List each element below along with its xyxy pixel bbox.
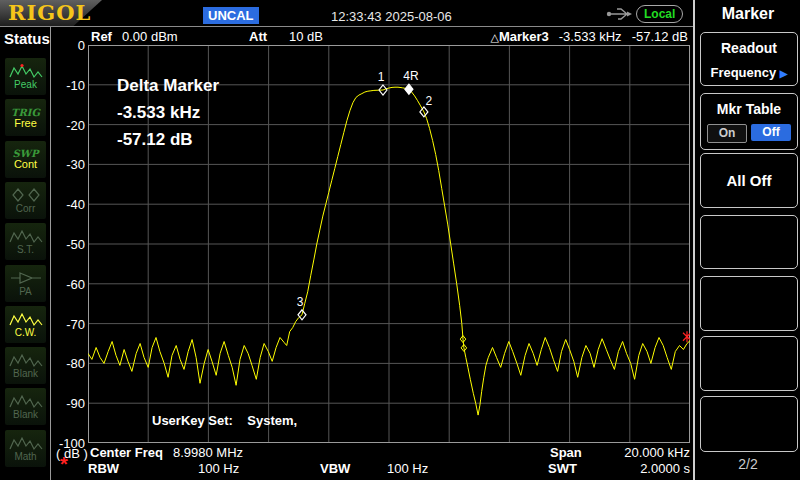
y-tick-label: -30 [66, 157, 85, 172]
span-value: 20.000 kHz [624, 445, 690, 460]
softkey-empty-2 [700, 276, 798, 331]
swt-label: SWT [548, 461, 577, 476]
ref-value: 0.00 dBm [122, 29, 178, 44]
waveform-icon [9, 311, 43, 327]
spectrum-analyzer-screen: RIGOL UNCAL 12:33:43 2025-08-06 Local St… [0, 0, 800, 480]
y-tick-label: -90 [66, 396, 85, 411]
all-off-label: All Off [701, 154, 797, 207]
brand-logo: RIGOL [8, 0, 91, 25]
readout-value: Frequency [710, 65, 776, 80]
waveform-icon [9, 63, 43, 79]
mkr-table-label: Mkr Table [701, 101, 797, 117]
softkey-all-off[interactable]: All Off [700, 153, 798, 208]
status-label: C.W. [15, 327, 37, 338]
status-label: Blank [13, 368, 38, 379]
waveform-icon [9, 393, 43, 409]
att-label: Att [249, 29, 267, 44]
marker-1-label: 1 [378, 70, 385, 84]
att-value: 10 dB [289, 29, 323, 44]
status-indicator-trig: TRIGFree [5, 99, 46, 136]
topbar-divider [0, 26, 693, 27]
readout-label: Readout [701, 40, 797, 56]
status-label: Corr [16, 203, 35, 214]
status-indicator-math: Math [5, 430, 46, 467]
marker-readout: △Marker3 -3.533 kHz -57.12 dB [490, 29, 688, 44]
status-label: Peak [14, 79, 37, 90]
submenu-arrow-icon: ▶ [780, 68, 788, 79]
y-tick-label: -40 [66, 197, 85, 212]
y-tick-label: -70 [66, 317, 85, 332]
menu-page-indicator: 2/2 [698, 456, 798, 472]
amplifier-icon [9, 270, 43, 286]
waveform-icon [9, 228, 43, 244]
center-freq-label: Center Freq [90, 445, 163, 460]
status-label: Blank [13, 409, 38, 420]
marker-3-label: 3 [297, 295, 304, 309]
vbw-value: 100 Hz [387, 461, 428, 476]
peak-dot-icon [20, 64, 23, 67]
status-indicator-st: S.T. [5, 223, 46, 260]
status-label: Math [14, 451, 36, 462]
panel-divider [693, 0, 695, 480]
uncal-badge: UNCAL [203, 7, 259, 24]
delta-marker-title: Delta Marker [117, 76, 219, 96]
status-indicator-pa: PA [5, 265, 46, 302]
softkey-empty-3 [700, 336, 798, 391]
marker-readout-level: -57.12 dB [632, 29, 688, 44]
delta-marker-level: -57.12 dB [117, 130, 193, 150]
usb-icon [606, 6, 634, 22]
softkey-empty-1 [700, 215, 798, 269]
status-indicator-blank1: Blank [5, 347, 46, 384]
status-indicator-swp: SWPCont [5, 141, 46, 178]
waveform-icon [9, 352, 43, 368]
corr-icon [9, 187, 43, 203]
marker-readout-freq: -3.533 kHz [559, 29, 622, 44]
delta-marker-freq: -3.533 kHz [117, 103, 200, 123]
softkey-mkr-table[interactable]: Mkr Table On Off [700, 93, 798, 150]
center-freq-value: 8.9980 MHz [173, 445, 243, 460]
delta-symbol: △ [490, 31, 498, 43]
status-label: PA [19, 286, 32, 297]
softkey-readout[interactable]: Readout Frequency ▶ [700, 32, 798, 86]
status-indicator-corr: Corr [5, 182, 46, 219]
marker-readout-label: Marker3 [499, 29, 549, 44]
active-function-indicator: * [60, 453, 68, 476]
status-indicator-peak: Peak [5, 58, 46, 95]
waveform-icon [9, 435, 43, 451]
softkey-empty-4 [700, 396, 798, 452]
y-tick-label: -60 [66, 277, 85, 292]
mkr-table-on-option[interactable]: On [707, 124, 747, 143]
span-label: Span [550, 445, 582, 460]
y-tick-label: -80 [66, 356, 85, 371]
trace-end-indicator [683, 331, 690, 342]
rbw-value: 100 Hz [198, 461, 239, 476]
ref-label: Ref [91, 29, 112, 44]
sidebar-divider [50, 27, 51, 480]
status-label: S.T. [17, 244, 34, 255]
status-indicator-cw: C.W. [5, 306, 46, 343]
y-tick-label: -20 [66, 118, 85, 133]
userkey-message: UserKey Set: System, [152, 413, 297, 428]
local-button[interactable]: Local [636, 5, 683, 23]
datetime-display: 12:33:43 2025-08-06 [331, 9, 452, 24]
marker-4R-label: 4R [403, 69, 419, 83]
vbw-label: VBW [320, 461, 350, 476]
mkr-table-off-option[interactable]: Off [751, 124, 791, 141]
marker-2-label: 2 [426, 94, 433, 108]
menu-title: Marker [698, 5, 798, 23]
status-indicator-blank2: Blank [5, 388, 46, 425]
y-tick-label: -10 [66, 78, 85, 93]
status-label: Free [14, 118, 37, 129]
rbw-label: RBW [88, 461, 119, 476]
status-label: Cont [14, 159, 37, 170]
status-title: Status [4, 30, 50, 47]
swt-value: 2.0000 s [640, 461, 690, 476]
y-tick-label: -50 [66, 237, 85, 252]
y-tick-label: 0 [78, 38, 85, 53]
